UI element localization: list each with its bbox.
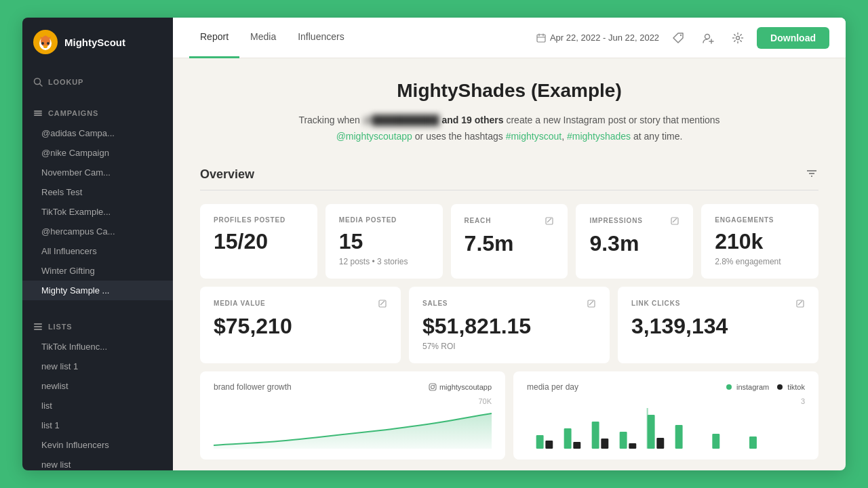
top-navigation: Report Media Influencers Apr 22, 2022 - … (173, 18, 846, 58)
sales-sub: 57% ROI (422, 342, 596, 351)
edit-icon[interactable] (545, 216, 554, 226)
list-new-list[interactable]: new list (22, 455, 173, 470)
edit-icon-impressions[interactable] (670, 216, 679, 226)
edit-icon-sales[interactable] (587, 299, 596, 308)
svg-rect-44 (545, 441, 553, 449)
edit-icon-link-clicks[interactable] (795, 299, 805, 308)
svg-rect-51 (648, 415, 655, 449)
date-range[interactable]: Apr 22, 2022 - Jun 22, 2022 (536, 33, 659, 43)
svg-rect-11 (34, 115, 42, 116)
stat-reach: REACH 7.5m (451, 204, 568, 279)
campaign-tiktok[interactable]: TikTok Example... (22, 202, 173, 222)
nav-actions: Apr 22, 2022 - Jun 22, 2022 Download (536, 27, 829, 49)
svg-rect-12 (34, 323, 42, 325)
campaign-adidas[interactable]: @adidas Campa... (22, 123, 173, 143)
svg-point-6 (43, 45, 47, 48)
chart1-title: brand follower growth (214, 382, 292, 392)
svg-rect-53 (675, 425, 683, 449)
chart2-ylabel: 3 (527, 397, 805, 405)
lookup-section: LOOKUP (22, 66, 173, 98)
svg-point-41 (431, 385, 434, 388)
tab-influencers[interactable]: Influencers (287, 18, 355, 58)
tab-media[interactable]: Media (239, 18, 287, 58)
app-container: MightyScout LOOKUP CAMPAIGNS @adidas Cam… (22, 18, 846, 470)
media-per-day-chart: media per day instagram tiktok (513, 371, 818, 460)
svg-point-42 (434, 384, 435, 386)
svg-rect-45 (564, 428, 572, 449)
campaigns-list: @adidas Campa... @nike Campaign November… (22, 123, 173, 300)
svg-rect-46 (573, 442, 580, 449)
stat-media-posted: MEDIA POSTED 15 12 posts • 3 stories (326, 204, 443, 279)
campaign-reels[interactable]: Reels Test (22, 182, 173, 202)
reach-value: 7.5m (465, 231, 555, 256)
list-kevin[interactable]: Kevin Influencers (22, 435, 173, 455)
overview-header: Overview (200, 167, 818, 190)
svg-rect-9 (34, 110, 42, 112)
campaign-november[interactable]: November Cam... (22, 163, 173, 182)
svg-line-33 (673, 218, 677, 222)
svg-line-8 (40, 84, 43, 87)
campaigns-section: CAMPAIGNS @adidas Campa... @nike Campaig… (22, 98, 173, 306)
svg-rect-43 (536, 435, 544, 449)
calendar-icon (536, 33, 546, 43)
engagements-sub: 2.8% engagement (715, 257, 805, 266)
list-new-list-1[interactable]: new list 1 (22, 357, 173, 376)
tags-button[interactable] (667, 27, 689, 49)
stat-engagements: ENGAGEMENTS 210k 2.8% engagement (701, 204, 818, 279)
filter-icon[interactable] (805, 167, 818, 183)
chart1-ylabel: 70K (214, 397, 492, 405)
campaign-all-influencers[interactable]: All Influencers (22, 241, 173, 261)
legend-tiktok: tiktok (777, 383, 805, 391)
chart2-area (527, 408, 805, 449)
svg-rect-36 (588, 300, 595, 307)
campaigns-header: CAMPAIGNS (22, 103, 173, 123)
settings-button[interactable] (727, 27, 749, 49)
sidebar: MightyScout LOOKUP CAMPAIGNS @adidas Cam… (22, 18, 173, 470)
svg-point-5 (47, 42, 50, 45)
campaign-hercampus[interactable]: @hercampus Ca... (22, 222, 173, 241)
svg-line-31 (547, 218, 551, 222)
media-value-value: $75,210 (214, 314, 387, 339)
link-clicks-value: 3,139,134 (631, 314, 805, 339)
svg-rect-32 (671, 218, 678, 224)
svg-point-4 (41, 42, 44, 45)
download-button[interactable]: Download (757, 27, 829, 49)
campaign-nike[interactable]: @nike Campaign (22, 143, 173, 163)
stats-row-1: PROFILES POSTED 15/20 MEDIA POSTED 15 12… (200, 204, 818, 279)
svg-rect-47 (592, 422, 599, 449)
charts-row: brand follower growth mightyscoutapp 70K (200, 371, 818, 460)
campaign-mighty-sample[interactable]: Mighty Sample ... (22, 281, 173, 300)
media-posted-value: 15 (339, 229, 429, 254)
overview-title: Overview (200, 167, 254, 182)
page-body: MightyShades (Example) Tracking when @██… (173, 58, 846, 470)
nav-tabs: Report Media Influencers (189, 18, 355, 58)
svg-rect-40 (429, 384, 436, 390)
main-content: Report Media Influencers Apr 22, 2022 - … (173, 18, 846, 470)
lists-header: LISTS (22, 317, 173, 337)
list-list[interactable]: list (22, 396, 173, 415)
list-tiktok-influencers[interactable]: TikTok Influenc... (22, 337, 173, 357)
profiles-posted-value: 15/20 (214, 229, 304, 254)
sales-value: $51,821.15 (422, 314, 596, 339)
svg-point-22 (680, 34, 682, 35)
list-list-1[interactable]: list 1 (22, 415, 173, 435)
campaign-winter[interactable]: Winter Gifting (22, 261, 173, 281)
stat-impressions: IMPRESSIONS 9.3m (576, 204, 693, 279)
lookup-header: LOOKUP (22, 72, 173, 92)
svg-rect-34 (379, 300, 386, 307)
edit-icon-media-value[interactable] (378, 299, 387, 308)
chart1-area (214, 408, 492, 449)
instagram-icon (429, 383, 437, 391)
add-user-button[interactable] (697, 27, 719, 49)
svg-rect-49 (620, 432, 627, 449)
page-subtitle: Tracking when @██████████ and 19 others … (200, 113, 818, 145)
svg-point-26 (736, 36, 740, 39)
chart2-legend: instagram tiktok (726, 383, 805, 391)
lists-list: TikTok Influenc... new list 1 newlist li… (22, 337, 173, 470)
lists-section: LISTS TikTok Influenc... new list 1 newl… (22, 311, 173, 470)
tab-report[interactable]: Report (189, 18, 239, 58)
stats-row-2: MEDIA VALUE $75,210 SALES $51,821.15 57%… (200, 287, 818, 363)
blurred-account: @██████████ (363, 115, 439, 125)
svg-rect-14 (34, 329, 42, 330)
list-newlist[interactable]: newlist (22, 376, 173, 396)
